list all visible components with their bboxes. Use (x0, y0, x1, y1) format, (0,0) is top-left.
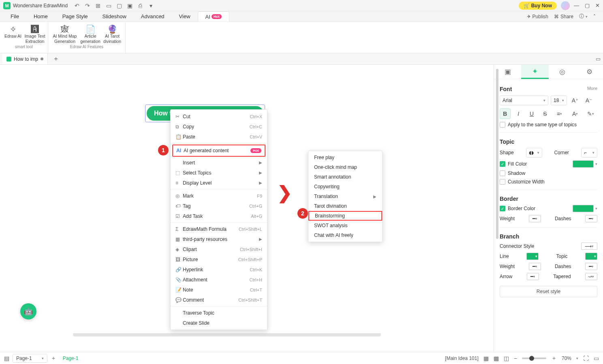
ctx-attachment[interactable]: 📎AttachmentCtrl+H (171, 275, 267, 285)
view-mode-1-icon[interactable]: ▦ (483, 355, 489, 362)
zoom-thumb[interactable] (529, 356, 534, 361)
page-tab[interactable]: Page-1 (63, 355, 79, 361)
branch-dashes-select[interactable]: ━ ▾ (585, 263, 597, 270)
new-icon[interactable]: ⊞ (94, 2, 102, 9)
ctx-mark[interactable]: ◎MarkF9 (171, 191, 267, 201)
line-color-select[interactable]: ▾ (526, 253, 539, 260)
panel-toggle-icon[interactable]: ▭ (596, 56, 603, 62)
sub-swot-analysis[interactable]: SWOT analysis (308, 221, 382, 230)
sub-tarot-divination[interactable]: Tarot divination (308, 201, 382, 211)
border-color-swatch[interactable] (573, 205, 594, 212)
shape-select[interactable]: ◖◗▾ (526, 148, 542, 158)
ctx-insert[interactable]: Insert▶ (171, 158, 267, 168)
sub-translation[interactable]: Translation▶ (308, 192, 382, 201)
align-button[interactable]: ≡▾ (553, 109, 566, 119)
maximize-icon[interactable]: ▢ (585, 2, 590, 9)
font-color-button[interactable]: A▾ (569, 109, 582, 119)
bold-button[interactable]: B (500, 109, 511, 119)
panel-tab-settings[interactable]: ⚙ (576, 65, 603, 79)
ctx-paste[interactable]: 📋PasteCtrl+V (171, 132, 267, 142)
publish-button[interactable]: ✈Publish (527, 14, 548, 19)
collapse-ribbon-icon[interactable]: ˄ (593, 14, 596, 19)
corner-select[interactable]: ⌐▾ (581, 148, 597, 158)
tapered-select[interactable]: ⤻ ▾ (585, 273, 597, 280)
help-button[interactable]: ⓘ▾ (579, 13, 588, 20)
panel-tab-style[interactable]: ✦ (521, 65, 548, 79)
view-mode-2-icon[interactable]: ▩ (494, 355, 499, 362)
arrow-select[interactable]: ━ ▾ (527, 273, 539, 280)
ctx-tag[interactable]: 🏷TagCtrl+G (171, 201, 267, 211)
ctx-create-slide[interactable]: Create Slide (171, 318, 267, 328)
font-family-select[interactable]: Arial▾ (500, 96, 548, 105)
add-page-button[interactable]: ＋ (51, 355, 56, 362)
print-icon[interactable]: ⎙ (137, 2, 144, 9)
minimize-icon[interactable]: ― (574, 2, 579, 9)
ctx-add-task[interactable]: ☑Add TaskAlt+G (171, 211, 267, 221)
menu-page-style[interactable]: Page Style (55, 11, 95, 21)
save-icon[interactable]: ▢ (115, 2, 123, 9)
ctx-display-level[interactable]: ≡Display Level▶ (171, 178, 267, 188)
panel-tab-mark[interactable]: ◎ (549, 65, 576, 79)
open-icon[interactable]: ▭ (105, 2, 112, 9)
zoom-in-button[interactable]: ＋ (551, 355, 557, 362)
apply-same-checkbox[interactable] (500, 122, 505, 128)
panel-scrollbar[interactable] (496, 69, 498, 239)
user-avatar[interactable] (561, 1, 570, 10)
font-decrease-button[interactable]: A⁻ (583, 95, 594, 106)
ctx-comment[interactable]: 💬CommentCtrl+Shift+T (171, 295, 267, 305)
border-weight-select[interactable]: ━ ▾ (529, 215, 541, 222)
new-tab-button[interactable]: ＋ (48, 55, 64, 63)
sub-brainstorming[interactable]: Brainstorming (308, 211, 382, 221)
image-text-extraction-button[interactable]: 🅰 Image Text Extraction (24, 23, 45, 44)
shadow-checkbox[interactable] (500, 170, 505, 176)
sub-smart-annotation[interactable]: Smart annotation (308, 172, 382, 182)
menu-view[interactable]: View (172, 11, 198, 21)
strikethrough-button[interactable]: S (539, 109, 550, 119)
document-tab[interactable]: How to imp (2, 53, 48, 64)
edraw-ai-button[interactable]: ✧ Edraw AI (2, 23, 24, 44)
topic-color-select[interactable]: ▾ (585, 253, 597, 260)
branch-weight-select[interactable]: ━ ▾ (529, 263, 541, 270)
fit-icon[interactable]: ▭ (594, 355, 599, 362)
ctx-note[interactable]: 📝NoteCtrl+T (171, 285, 267, 295)
page-select[interactable]: Page-1▾ (13, 354, 47, 363)
view-mode-3-icon[interactable]: ◫ (504, 355, 509, 362)
menu-ai[interactable]: AI Hot (198, 11, 229, 21)
buy-now-button[interactable]: 🛒 Buy Now (519, 2, 557, 10)
ctx-formula[interactable]: ΣEdrawMath FormulaCtrl+Shift+L (171, 224, 267, 234)
connector-select[interactable]: ⟶ ▾ (581, 243, 597, 250)
save-all-icon[interactable]: ▣ (126, 2, 133, 9)
reset-style-button[interactable]: Reset style (500, 286, 597, 297)
border-color-checkbox[interactable]: ✓ (500, 206, 505, 211)
sub-copywriting[interactable]: Copywriting (308, 182, 382, 192)
ctx-ai-generated-content[interactable]: AI AI generated content Hot (172, 145, 265, 157)
menu-home[interactable]: Home (26, 11, 55, 21)
ai-tarot-button[interactable]: 🔮 AI Tarot divination (102, 23, 123, 44)
menu-slideshow[interactable]: Slideshow (95, 11, 134, 21)
sub-free-play[interactable]: Free play (308, 153, 382, 162)
menu-advanced[interactable]: Advanced (134, 11, 172, 21)
article-gen-button[interactable]: 📄 Article generation (80, 23, 101, 44)
ctx-hyperlink[interactable]: 🔗HyperlinkCtrl+K (171, 264, 267, 275)
underline-button[interactable]: U (526, 109, 537, 119)
zoom-slider[interactable] (522, 358, 546, 359)
ctx-copy[interactable]: ⧉CopyCtrl+C (171, 121, 267, 132)
font-increase-button[interactable]: A⁺ (569, 95, 581, 106)
close-icon[interactable]: ✕ (595, 2, 600, 9)
qat-more-icon[interactable]: ▾ (147, 2, 154, 9)
ctx-clipart[interactable]: ◈ClipartCtrl+Shift+I (171, 244, 267, 254)
menu-file[interactable]: File (3, 11, 26, 21)
ai-mindmap-gen-button[interactable]: 🕸 AI Mind Map Generation (51, 23, 79, 44)
fill-color-swatch[interactable] (573, 160, 594, 168)
outline-icon[interactable]: ▤ (4, 355, 9, 362)
fill-color-checkbox[interactable]: ✓ (500, 161, 505, 167)
ctx-picture[interactable]: 🖼PictureCtrl+Shift+P (171, 254, 267, 264)
border-dashes-select[interactable]: ━ ▾ (585, 215, 597, 222)
sub-one-click-mindmap[interactable]: One-click mind map (308, 162, 382, 172)
fullscreen-icon[interactable]: ⛶ (583, 355, 589, 362)
ctx-cut[interactable]: ✂CutCtrl+X (171, 111, 267, 121)
font-more-link[interactable]: More (587, 86, 597, 92)
sub-chat-ai[interactable]: Chat with AI freely (308, 230, 382, 240)
ctx-traverse[interactable]: Traverse Topic (171, 308, 267, 318)
share-button[interactable]: ⌘Share (554, 14, 573, 19)
